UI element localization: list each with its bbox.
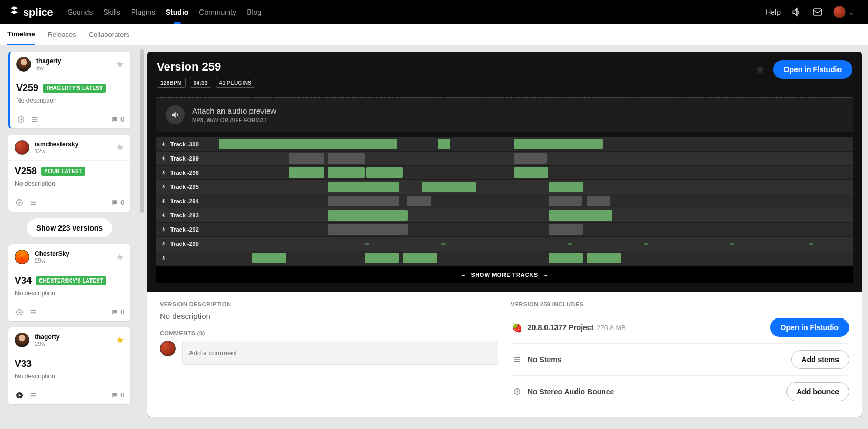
row-sublabel: 270.8 MB — [597, 324, 626, 332]
track-lane[interactable] — [219, 137, 853, 151]
play-icon[interactable] — [15, 198, 24, 207]
nav-community[interactable]: Community — [199, 8, 236, 16]
audio-clip[interactable] — [438, 139, 450, 149]
track-row[interactable]: Track -292 — [156, 223, 853, 237]
sidebar-scrollbar[interactable] — [139, 45, 145, 429]
track-lane[interactable] — [219, 251, 853, 265]
help-link[interactable]: Help — [765, 8, 781, 16]
audio-clip[interactable] — [549, 253, 583, 263]
track-row[interactable]: Track -290 — [156, 237, 853, 251]
audio-clip[interactable] — [514, 153, 547, 164]
audio-clip[interactable] — [514, 167, 548, 178]
audio-clip[interactable] — [328, 210, 408, 221]
audio-clip[interactable] — [365, 253, 399, 263]
mail-icon[interactable] — [812, 7, 823, 17]
audio-clip[interactable] — [252, 253, 286, 263]
track-lane[interactable] — [219, 223, 853, 236]
audio-clip[interactable] — [328, 182, 399, 192]
user-avatar[interactable]: ⌄ — [833, 6, 854, 18]
nav-blog[interactable]: Blog — [247, 8, 261, 16]
nav-sounds[interactable]: Sounds — [68, 8, 93, 16]
audio-clip[interactable] — [403, 253, 437, 263]
tab-timeline[interactable]: Timeline — [7, 24, 35, 46]
audio-clip[interactable] — [549, 182, 583, 192]
tab-releases[interactable]: Releases — [48, 24, 76, 45]
audio-clip[interactable] — [328, 196, 399, 206]
play-icon[interactable] — [16, 115, 26, 124]
star-icon[interactable]: ★ — [116, 334, 124, 346]
nav-studio[interactable]: Studio — [166, 8, 189, 16]
list-icon[interactable] — [28, 198, 38, 207]
track-lane[interactable] — [219, 237, 853, 251]
track-lane[interactable] — [219, 180, 853, 194]
audio-clip[interactable] — [328, 167, 365, 178]
audio-clip[interactable] — [549, 196, 582, 206]
audio-clip[interactable] — [407, 196, 431, 206]
star-icon[interactable]: ★ — [116, 58, 124, 70]
show-more-tracks-button[interactable]: ⌄ SHOW MORE TRACKS ⌄ — [156, 265, 853, 283]
track-lane[interactable] — [219, 152, 853, 165]
play-icon[interactable] — [15, 307, 24, 317]
comment-count[interactable]: 0 — [111, 392, 124, 399]
track-row[interactable]: Track -293 — [156, 208, 853, 223]
track-name: Track -293 — [170, 212, 199, 218]
track-name: Track -298 — [170, 169, 199, 176]
volume-icon[interactable] — [791, 7, 802, 17]
version-card[interactable]: thagerty8w★V259THAGERTY'S LATESTNo descr… — [8, 52, 130, 128]
comment-count[interactable]: 0 — [111, 308, 124, 316]
audio-clip[interactable] — [366, 167, 403, 178]
track-row[interactable] — [156, 251, 853, 265]
version-card[interactable]: ChesterSky29w★V34CHESTERSKY'S LATESTNo d… — [8, 244, 130, 321]
list-icon[interactable] — [28, 307, 38, 317]
version-card[interactable]: thagerty29w★V33No description0 — [8, 327, 130, 404]
audio-clip[interactable] — [514, 139, 603, 149]
audio-clip[interactable] — [809, 243, 813, 245]
audio-clip[interactable] — [549, 224, 583, 235]
audio-clip[interactable] — [219, 139, 397, 149]
track-lane[interactable] — [219, 208, 853, 222]
nav-plugins[interactable]: Plugins — [131, 8, 155, 16]
version-card[interactable]: iamchestersky12w★V258YOUR LATESTNo descr… — [8, 135, 130, 212]
comment-count[interactable]: 0 — [111, 116, 124, 123]
audio-clip[interactable] — [289, 153, 325, 164]
track-row[interactable]: Track -295 — [156, 180, 853, 194]
tab-collaborators[interactable]: Collaborators — [89, 24, 129, 45]
audio-clip[interactable] — [568, 243, 572, 245]
latest-badge: YOUR LATEST — [41, 167, 85, 176]
comment-count[interactable]: 0 — [111, 199, 124, 206]
audio-clip[interactable] — [328, 224, 408, 235]
play-icon[interactable] — [15, 391, 24, 400]
list-icon[interactable] — [28, 391, 38, 400]
brand-logo[interactable]: splice — [8, 6, 53, 18]
list-icon[interactable] — [30, 115, 39, 124]
user-name: thagerty — [35, 333, 59, 341]
audio-clip[interactable] — [289, 167, 325, 178]
track-row[interactable]: Track -298 — [156, 166, 853, 180]
open-flstudio-button[interactable]: Open in Flstudio — [773, 60, 852, 79]
audio-clip[interactable] — [441, 243, 445, 245]
audio-clip[interactable] — [549, 210, 612, 221]
row-action-button[interactable]: Add stems — [791, 350, 849, 369]
audio-clip[interactable] — [328, 153, 365, 164]
show-more-versions-button[interactable]: Show 223 versions — [26, 218, 113, 238]
track-lane[interactable] — [219, 166, 853, 179]
track-row[interactable]: Track -299 — [156, 152, 853, 166]
desc-label: VERSION DESCRIPTION — [160, 301, 498, 307]
row-action-button[interactable]: Add bounce — [786, 382, 849, 401]
track-row[interactable]: Track -300 — [156, 137, 853, 152]
favorite-star[interactable]: ★ — [754, 62, 766, 78]
audio-clip[interactable] — [422, 182, 476, 192]
audio-clip[interactable] — [587, 196, 609, 206]
audio-clip[interactable] — [730, 243, 734, 245]
star-icon[interactable]: ★ — [116, 251, 124, 263]
audio-clip[interactable] — [587, 253, 621, 263]
row-action-button[interactable]: Open in Flstudio — [770, 318, 849, 337]
nav-skills[interactable]: Skills — [103, 8, 120, 16]
comment-input[interactable] — [182, 341, 498, 365]
audio-clip[interactable] — [644, 243, 648, 245]
star-icon[interactable]: ★ — [116, 142, 124, 153]
track-row[interactable]: Track -294 — [156, 194, 853, 208]
audio-clip[interactable] — [365, 243, 369, 245]
attach-audio-dropzone[interactable]: Attach an audio preview MP3, WAV OR AIFF… — [156, 97, 853, 132]
track-lane[interactable] — [219, 194, 853, 208]
